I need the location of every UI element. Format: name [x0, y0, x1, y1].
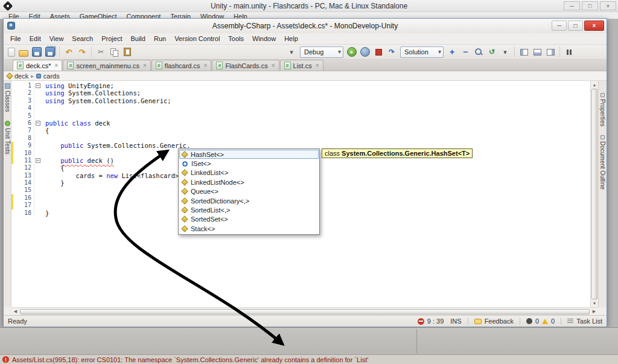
fold-toggle-icon[interactable]: − [36, 83, 40, 88]
menubar-item[interactable]: Project [97, 34, 126, 43]
menubar-item[interactable]: Help [280, 34, 302, 43]
completion-item[interactable]: LinkedListNode<> [179, 177, 319, 187]
editor-tab[interactable]: #List.cs× [280, 60, 323, 71]
unity-close-button[interactable]: × [600, 1, 616, 10]
task-list-label[interactable]: Task List [576, 318, 602, 325]
task-list-icon[interactable] [567, 319, 573, 324]
menubar-item[interactable]: Build [126, 34, 149, 43]
chevron-down-icon[interactable] [287, 47, 296, 57]
completion-item[interactable]: LinkedList<> [179, 168, 319, 177]
debug-configuration-select[interactable]: Debug [300, 46, 343, 58]
code-line[interactable]: 3using System.Collections.Generic; [11, 97, 590, 104]
right-dock-tab[interactable]: Properties [599, 93, 606, 127]
pane-bottom-icon[interactable] [532, 47, 542, 57]
feedback-label[interactable]: Feedback [485, 318, 514, 325]
pane-right-icon[interactable] [546, 47, 555, 57]
scroll-down-icon[interactable]: ▼ [591, 299, 598, 307]
error-count-icon[interactable] [526, 318, 532, 324]
menubar-item[interactable]: Run [150, 34, 170, 43]
redo-icon[interactable] [77, 47, 87, 57]
completion-item[interactable]: ISet<> [179, 159, 319, 168]
code-line[interactable]: 2using System.Collections; [11, 89, 590, 97]
tab-close-icon[interactable]: × [272, 62, 275, 69]
horizontal-scroll-thumb[interactable] [20, 309, 590, 315]
completion-item[interactable]: HashSet<> [179, 150, 319, 159]
cut-icon[interactable] [96, 47, 106, 57]
completion-item[interactable]: SortedDictionary<,> [179, 196, 319, 205]
solution-select[interactable]: Solution [400, 46, 444, 58]
editor-tab[interactable]: #screen_mainmenu.cs× [63, 60, 150, 71]
pause-icon[interactable] [564, 47, 574, 57]
tab-close-icon[interactable]: × [204, 62, 208, 69]
scroll-left-icon[interactable]: ◀ [11, 309, 19, 314]
editor-tab[interactable]: #deck.cs*× [13, 60, 62, 71]
unit-tests-icon [5, 121, 10, 126]
completion-item[interactable]: Queue<> [179, 187, 319, 196]
menubar-item[interactable]: Edit [25, 34, 45, 43]
menubar-item[interactable]: Window [248, 34, 280, 43]
md-minimize-button[interactable]: ─ [552, 21, 567, 31]
copy-icon[interactable] [109, 47, 119, 57]
breadcrumb-item[interactable]: cards [43, 72, 60, 80]
vertical-scrollbar[interactable]: ▲ ▼ [590, 81, 598, 307]
scroll-up-icon[interactable]: ▲ [591, 81, 598, 89]
left-dock-tab[interactable]: Classes [4, 83, 11, 112]
error-count: 0 [535, 318, 539, 325]
menubar-item[interactable]: Search [68, 34, 97, 43]
expand-icon[interactable] [500, 47, 510, 57]
vertical-scroll-thumb[interactable] [591, 89, 597, 299]
warning-count-icon[interactable] [542, 319, 548, 324]
code-line[interactable]: 6−public class deck [11, 120, 590, 127]
menubar-item[interactable]: Version Control [170, 34, 224, 43]
fold-margin [34, 89, 42, 97]
stop-error-icon[interactable] [418, 318, 424, 325]
save-all-icon[interactable] [45, 47, 55, 57]
unity-window-controls: ─ □ × [564, 1, 616, 10]
remove-icon[interactable] [460, 47, 470, 57]
scroll-right-icon[interactable]: ▶ [590, 309, 598, 314]
line-number: 9 [13, 142, 34, 149]
paste-icon[interactable] [123, 47, 132, 57]
sync-icon[interactable] [487, 47, 497, 57]
code-line[interactable]: 1−using UnityEngine; [11, 82, 590, 89]
code-segment: { [45, 127, 49, 134]
left-dock-tab[interactable]: Unit Tests [4, 121, 11, 155]
unity-console-statusbar[interactable]: ! Assets/List.cs(995,18): error CS0101: … [0, 354, 618, 364]
completion-item[interactable]: SortedSet<> [179, 215, 319, 224]
feedback-icon[interactable] [474, 319, 482, 324]
menubar-item[interactable]: View [45, 34, 68, 43]
unity-minimize-button[interactable]: ─ [564, 1, 580, 10]
code-line[interactable]: 4 [11, 104, 590, 112]
code-line[interactable]: 7{ [11, 127, 590, 134]
menubar-item[interactable]: File [6, 34, 25, 43]
step-over-icon[interactable] [387, 47, 397, 57]
save-icon[interactable] [32, 47, 42, 57]
code-line[interactable]: 8 [11, 135, 590, 142]
md-close-button[interactable]: × [584, 21, 604, 31]
horizontal-scrollbar[interactable]: ◀ ▶ [11, 307, 598, 315]
tab-close-icon[interactable]: × [55, 62, 59, 69]
debug-bug-icon[interactable] [360, 47, 370, 57]
editor-tab[interactable]: #FlashCards.cs× [212, 60, 279, 71]
add-icon[interactable] [447, 47, 457, 57]
editor-tab[interactable]: #flashcard.cs× [151, 60, 212, 71]
menubar-item[interactable]: Tools [224, 34, 248, 43]
breadcrumb-item[interactable]: deck [14, 72, 28, 80]
tab-close-icon[interactable]: × [143, 62, 147, 69]
completion-item[interactable]: Stack<> [179, 224, 319, 233]
right-dock-tab[interactable]: Document Outline [599, 135, 606, 190]
completion-item[interactable]: SortedList<,> [179, 205, 319, 214]
md-maximize-button[interactable]: □ [568, 21, 583, 31]
code-line[interactable]: 5 [11, 112, 590, 120]
search-icon[interactable] [474, 47, 483, 57]
undo-icon[interactable] [64, 47, 74, 57]
fold-toggle-icon[interactable]: − [36, 158, 40, 163]
new-file-icon[interactable] [8, 48, 15, 57]
tab-close-icon[interactable]: × [316, 62, 319, 69]
unity-maximize-button[interactable]: □ [582, 1, 598, 10]
pane-left-icon[interactable] [519, 47, 529, 57]
stop-icon[interactable] [374, 47, 383, 57]
fold-toggle-icon[interactable]: − [36, 121, 40, 126]
open-file-icon[interactable] [19, 50, 28, 57]
run-play-icon[interactable] [347, 47, 357, 57]
